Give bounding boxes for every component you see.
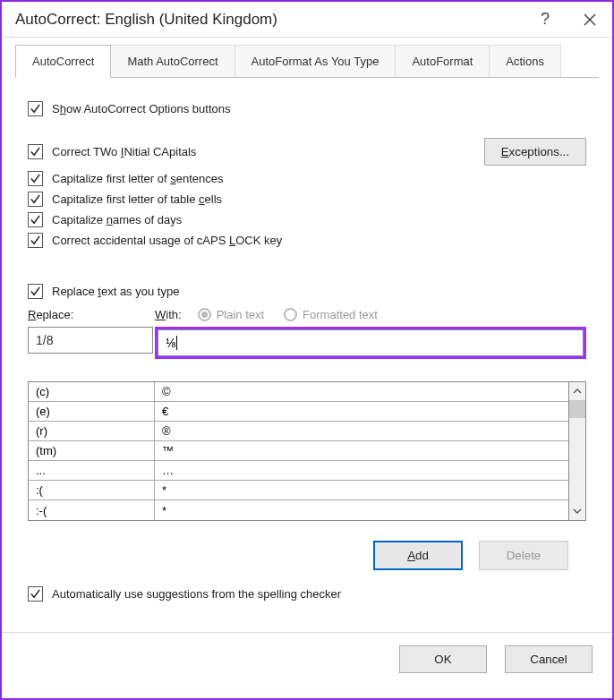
table-row[interactable]: (e)€ xyxy=(29,402,568,422)
table-row[interactable]: (tm)™ xyxy=(29,441,568,461)
replace-with-inputs: 1/8 ⅛ xyxy=(28,327,586,359)
scroll-down-icon[interactable] xyxy=(569,502,585,520)
check-table-cells-row: Capitalize first letter of table cells xyxy=(28,192,586,207)
check-show-options[interactable] xyxy=(28,101,43,116)
help-button[interactable]: ? xyxy=(523,2,567,38)
check-auto-suggest[interactable] xyxy=(28,586,43,602)
replace-with-labels: Replace: With: Plain text Formatted text xyxy=(28,308,586,321)
check-sentences[interactable] xyxy=(28,171,43,186)
checkmark-icon xyxy=(30,173,41,184)
replace-input[interactable]: 1/8 xyxy=(28,327,153,354)
tab-math-autocorrect[interactable]: Math AutoCorrect xyxy=(110,45,235,77)
checkmark-icon xyxy=(30,286,41,297)
radio-icon xyxy=(284,308,297,321)
with-label: With: xyxy=(155,308,182,321)
scroll-track[interactable] xyxy=(569,400,585,502)
ok-button[interactable]: OK xyxy=(399,645,487,673)
tab-autoformat-as-you-type[interactable]: AutoFormat As You Type xyxy=(235,45,397,77)
tab-autoformat[interactable]: AutoFormat xyxy=(395,45,490,77)
check-replace-as-type[interactable] xyxy=(28,284,43,299)
with-input[interactable]: ⅛ xyxy=(158,329,584,356)
check-two-initial-row: Correct TWo INitial CApitals Exceptions.… xyxy=(28,138,586,166)
tab-autocorrect[interactable]: AutoCorrect xyxy=(15,45,111,78)
exceptions-button[interactable]: Exceptions... xyxy=(484,138,586,166)
close-icon xyxy=(584,13,596,26)
text-cursor-icon xyxy=(176,336,177,350)
add-delete-row: Add Delete xyxy=(28,541,586,570)
checkmark-icon xyxy=(30,214,41,226)
check-caps-lock-row: Correct accidental usage of cAPS LOCK ke… xyxy=(28,233,586,248)
check-auto-suggest-label: Automatically use suggestions from the s… xyxy=(52,587,341,601)
check-table-cells[interactable] xyxy=(28,192,43,207)
autocorrect-table: (c)© (e)€ (r)® (tm)™ ...… :(* :-(* xyxy=(28,381,586,521)
with-input-highlight: ⅛ xyxy=(155,327,586,359)
check-replace-as-type-label: Replace text as you type xyxy=(52,285,179,298)
add-button[interactable]: Add xyxy=(373,541,463,570)
check-days[interactable] xyxy=(28,212,43,227)
table-row[interactable]: :(* xyxy=(29,481,568,500)
dialog-footer: OK Cancel xyxy=(2,632,612,686)
radio-plain-text: Plain text xyxy=(198,308,264,321)
check-sentences-label: Capitalize first letter of sentences xyxy=(52,172,223,185)
tab-actions[interactable]: Actions xyxy=(489,45,561,77)
check-days-label: Capitalize names of days xyxy=(52,213,182,226)
check-table-cells-label: Capitalize first letter of table cells xyxy=(52,192,222,206)
check-sentences-row: Capitalize first letter of sentences xyxy=(28,171,586,186)
table-row[interactable]: :-(* xyxy=(29,500,568,520)
cancel-button[interactable]: Cancel xyxy=(505,645,593,673)
table-row[interactable]: (r)® xyxy=(29,422,568,441)
checkmark-icon xyxy=(30,103,41,115)
check-show-options-row: Show AutoCorrect Options buttons xyxy=(28,101,586,116)
checkmark-icon xyxy=(30,235,41,246)
checkmark-icon xyxy=(30,193,41,205)
checkmark-icon xyxy=(30,588,41,600)
table-row[interactable]: (c)© xyxy=(29,382,568,402)
table-row[interactable]: ...… xyxy=(29,461,568,481)
check-show-options-label: Show AutoCorrect Options buttons xyxy=(52,102,230,115)
check-two-initial[interactable] xyxy=(28,144,43,159)
title-bar: AutoCorrect: English (United Kingdom) ? xyxy=(2,2,612,38)
check-caps-lock-label: Correct accidental usage of cAPS LOCK ke… xyxy=(52,234,282,247)
check-caps-lock[interactable] xyxy=(28,233,43,248)
delete-button: Delete xyxy=(479,541,568,570)
table-body[interactable]: (c)© (e)€ (r)® (tm)™ ...… :(* :-(* xyxy=(28,381,568,521)
check-replace-as-type-row: Replace text as you type xyxy=(28,284,586,299)
window-title: AutoCorrect: English (United Kingdom) xyxy=(15,11,523,29)
scroll-thumb[interactable] xyxy=(569,400,585,418)
close-button[interactable] xyxy=(567,2,612,38)
replace-label: Replace: xyxy=(28,308,73,321)
scrollbar[interactable] xyxy=(568,381,586,521)
scroll-up-icon[interactable] xyxy=(569,382,585,400)
check-days-row: Capitalize names of days xyxy=(28,212,586,227)
radio-icon xyxy=(198,308,211,321)
radio-formatted-text: Formatted text xyxy=(284,308,378,321)
checkmark-icon xyxy=(30,146,41,158)
tab-bar: AutoCorrect Math AutoCorrect AutoFormat … xyxy=(15,45,599,78)
check-two-initial-label: Correct TWo INitial CApitals xyxy=(52,145,196,158)
check-auto-suggest-row: Automatically use suggestions from the s… xyxy=(28,586,586,602)
